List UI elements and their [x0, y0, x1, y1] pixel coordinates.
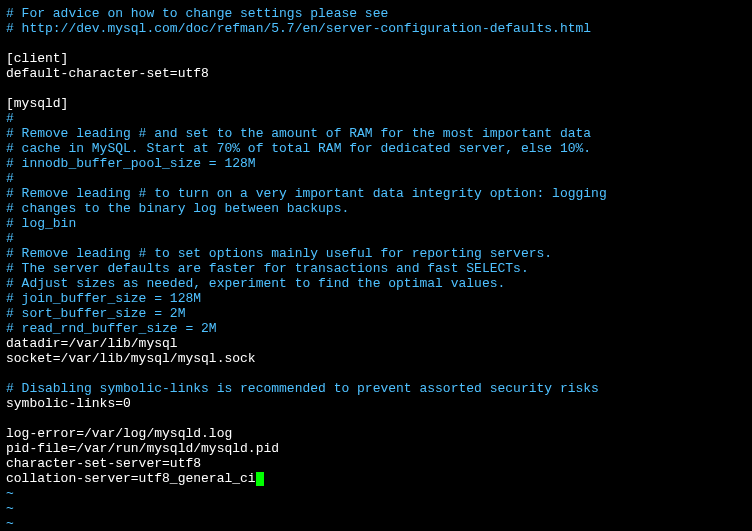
- vim-empty-line: ~: [6, 501, 746, 516]
- current-edit-line[interactable]: collation-server=utf8_general_ci: [6, 471, 746, 486]
- config-comment-line: #: [6, 111, 746, 126]
- blank-line: [6, 36, 746, 51]
- config-comment-line: # Remove leading # to set options mainly…: [6, 246, 746, 261]
- config-comment-line: # For advice on how to change settings p…: [6, 6, 746, 21]
- blank-line: [6, 411, 746, 426]
- config-comment-line: # Adjust sizes as needed, experiment to …: [6, 276, 746, 291]
- config-section-client: [client]: [6, 51, 746, 66]
- config-directive: datadir=/var/lib/mysql: [6, 336, 746, 351]
- config-comment-line: # log_bin: [6, 216, 746, 231]
- config-comment-line: #: [6, 231, 746, 246]
- config-directive: pid-file=/var/run/mysqld/mysqld.pid: [6, 441, 746, 456]
- config-comment-line: # The server defaults are faster for tra…: [6, 261, 746, 276]
- config-directive: default-character-set=utf8: [6, 66, 746, 81]
- config-comment-line: # http://dev.mysql.com/doc/refman/5.7/en…: [6, 21, 746, 36]
- blank-line: [6, 81, 746, 96]
- config-comment-line: # read_rnd_buffer_size = 2M: [6, 321, 746, 336]
- config-section-mysqld: [mysqld]: [6, 96, 746, 111]
- config-comment-line: # sort_buffer_size = 2M: [6, 306, 746, 321]
- config-directive: symbolic-links=0: [6, 396, 746, 411]
- config-comment-line: #: [6, 171, 746, 186]
- blank-line: [6, 366, 746, 381]
- config-comment-line: # Remove leading # and set to the amount…: [6, 126, 746, 141]
- config-comment-line: # changes to the binary log between back…: [6, 201, 746, 216]
- config-comment-line: # cache in MySQL. Start at 70% of total …: [6, 141, 746, 156]
- config-directive: socket=/var/lib/mysql/mysql.sock: [6, 351, 746, 366]
- config-directive-text: collation-server=utf8_general_ci: [6, 471, 256, 486]
- config-directive: log-error=/var/log/mysqld.log: [6, 426, 746, 441]
- vim-empty-line: ~: [6, 516, 746, 531]
- config-comment-line: # Disabling symbolic-links is recommende…: [6, 381, 746, 396]
- config-comment-line: # Remove leading # to turn on a very imp…: [6, 186, 746, 201]
- vim-empty-line: ~: [6, 486, 746, 501]
- cursor-icon: [256, 472, 264, 486]
- config-directive: character-set-server=utf8: [6, 456, 746, 471]
- config-comment-line: # innodb_buffer_pool_size = 128M: [6, 156, 746, 171]
- config-comment-line: # join_buffer_size = 128M: [6, 291, 746, 306]
